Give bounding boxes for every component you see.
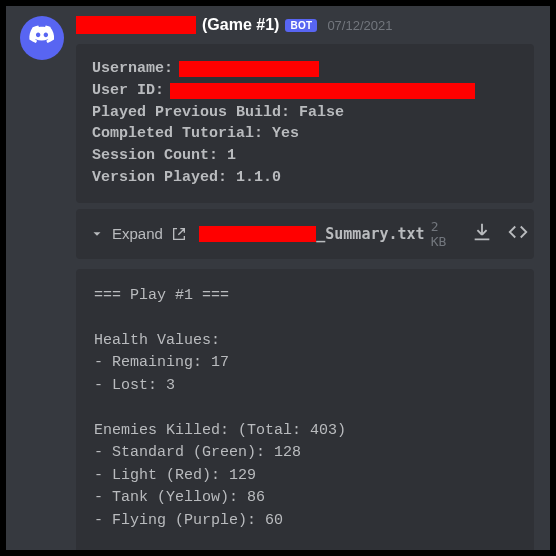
preview-line: - Remaining: 17 <box>94 354 229 371</box>
popout-icon <box>171 226 187 242</box>
attachment-bar: Expand _Summary.txt 2 KB <box>76 209 534 259</box>
session-line: Session Count: 1 <box>92 145 236 167</box>
download-button[interactable] <box>471 221 493 246</box>
author-name-redacted[interactable] <box>76 16 196 34</box>
tutorial-line: Completed Tutorial: Yes <box>92 123 299 145</box>
message-header: (Game #1) BOT 07/12/2021 <box>76 16 534 34</box>
preview-line: Enemies Killed: (Total: 403) <box>94 422 346 439</box>
message: (Game #1) BOT 07/12/2021 Username: User … <box>6 6 550 550</box>
preview-line: Health Values: <box>94 332 220 349</box>
username-value-redacted <box>179 61 319 77</box>
preview-line: - Tank (Yellow): 86 <box>94 489 265 506</box>
expand-label: Expand <box>112 225 163 242</box>
chevron-down-icon <box>90 227 104 241</box>
version-line: Version Played: 1.1.0 <box>92 167 281 189</box>
prev-build-line: Played Previous Build: False <box>92 102 344 124</box>
message-timestamp: 07/12/2021 <box>327 18 392 33</box>
attachment-filesize: 2 KB <box>431 219 459 249</box>
author-suffix: (Game #1) <box>202 16 279 34</box>
username-label: Username: <box>92 58 173 80</box>
expand-button[interactable]: Expand <box>90 225 187 242</box>
preview-line: - Standard (Green): 128 <box>94 444 301 461</box>
view-code-button[interactable] <box>507 221 529 246</box>
discord-logo-icon <box>28 22 56 54</box>
userid-label: User ID: <box>92 80 164 102</box>
download-icon <box>471 221 493 243</box>
code-icon <box>507 221 529 243</box>
embed-block: Username: User ID: Played Previous Build… <box>76 44 534 203</box>
preview-line: - Flying (Purple): 60 <box>94 512 283 529</box>
attachment-filename[interactable]: _Summary.txt 2 KB <box>199 219 459 249</box>
filename-redacted <box>199 226 316 242</box>
preview-line: - Light (Red): 129 <box>94 467 256 484</box>
avatar[interactable] <box>20 16 64 60</box>
userid-value-redacted <box>170 83 475 99</box>
bot-badge: BOT <box>285 19 317 32</box>
preview-line: === Play #1 === <box>94 287 229 304</box>
file-preview: === Play #1 === Health Values: - Remaini… <box>76 269 534 551</box>
filename-suffix: _Summary.txt <box>316 225 424 243</box>
preview-line: - Lost: 3 <box>94 377 175 394</box>
